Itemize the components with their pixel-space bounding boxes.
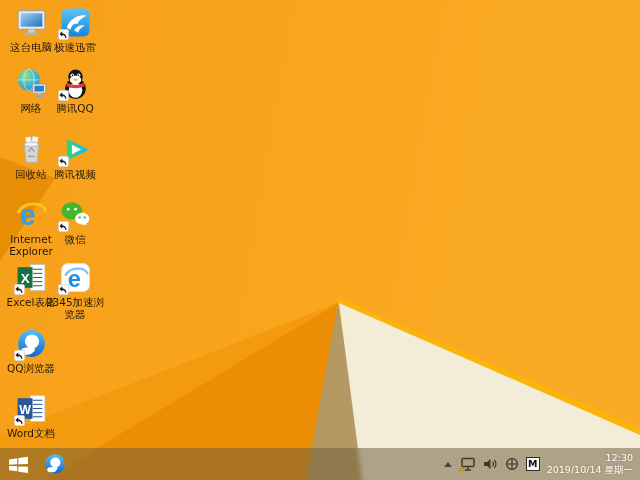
shortcut-arrow-icon [58, 156, 69, 167]
start-button[interactable] [0, 448, 36, 480]
shortcut-arrow-icon [58, 29, 69, 40]
internet-explorer-icon: e [15, 198, 48, 231]
desktop-icon-label: 极速迅雷 [45, 41, 105, 53]
show-hidden-icons-arrow-icon[interactable] [444, 462, 452, 467]
desktop-icon-tencent-video[interactable]: 腾讯视频 [45, 133, 105, 180]
volume-icon[interactable] [483, 457, 498, 471]
desktop-icon-label: Word文档 [1, 427, 61, 439]
recycle-bin-icon [15, 133, 48, 166]
system-tray: M 12:30 2019/10/14 星期一 [444, 452, 640, 477]
network-warning-icon[interactable] [459, 457, 476, 472]
shortcut-arrow-icon [58, 284, 69, 295]
wechat-icon [59, 198, 92, 231]
word-icon: W [15, 392, 48, 425]
tencent-video-icon [59, 133, 92, 166]
taskbar-pinned-apps [36, 448, 70, 480]
shortcut-arrow-icon [14, 284, 25, 295]
this-pc-icon [15, 6, 48, 39]
desktop-icon-qq[interactable]: 腾讯QQ [45, 67, 105, 114]
excel-icon: X [15, 261, 48, 294]
desktop-icon-label: 2345加速浏览器 [45, 296, 105, 321]
desktop-icon-word[interactable]: WWord文档 [1, 392, 61, 439]
desktop-icon-label: 微信 [45, 233, 105, 245]
desktop-icon-xunlei[interactable]: 极速迅雷 [45, 6, 105, 53]
shortcut-arrow-icon [58, 90, 69, 101]
input-method-indicator[interactable]: M [526, 457, 540, 471]
network-icon [15, 67, 48, 100]
taskbar-clock[interactable]: 12:30 2019/10/14 星期一 [547, 452, 633, 477]
shortcut-arrow-icon [58, 221, 69, 232]
xunlei-icon [59, 6, 92, 39]
windows-logo-icon [9, 456, 28, 473]
safely-remove-hardware-icon[interactable] [505, 457, 519, 471]
desktop-icon-wechat[interactable]: 微信 [45, 198, 105, 245]
qq-browser-icon [15, 327, 48, 360]
clock-time: 12:30 [547, 452, 633, 464]
taskbar: M 12:30 2019/10/14 星期一 [0, 448, 640, 480]
desktop-icon-label: 腾讯视频 [45, 168, 105, 180]
desktop-icon-browser-2345[interactable]: e2345加速浏览器 [45, 261, 105, 321]
desktop-icon-label: QQ浏览器 [1, 362, 61, 374]
desktop-icon-qq-browser[interactable]: QQ浏览器 [1, 327, 61, 374]
shortcut-arrow-icon [14, 350, 25, 361]
browser-2345-icon: e [59, 261, 92, 294]
desktop-icon-label: 腾讯QQ [45, 102, 105, 114]
qq-icon [59, 67, 92, 100]
shortcut-arrow-icon [14, 415, 25, 426]
qq-browser-taskbar-icon[interactable] [40, 448, 70, 480]
clock-date: 2019/10/14 星期一 [547, 464, 633, 476]
desktop[interactable]: 这台电脑极速迅雷网络腾讯QQ回收站腾讯视频eInternet Explorer微… [0, 0, 640, 480]
